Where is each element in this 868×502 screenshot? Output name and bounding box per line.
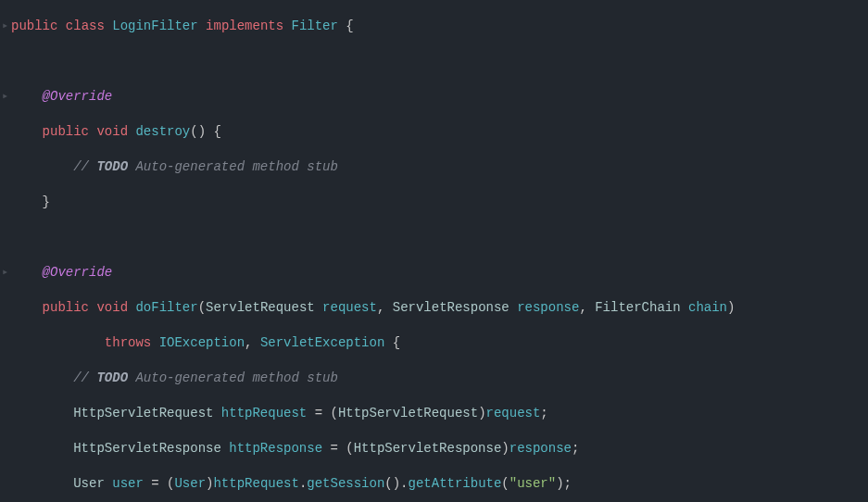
brace: { xyxy=(384,335,400,350)
type: HttpServletResponse xyxy=(354,441,502,456)
brace: { xyxy=(338,19,354,33)
code-line[interactable]: public void destroy() { xyxy=(0,123,868,141)
brace: { xyxy=(206,124,221,139)
code-line[interactable]: throws IOException, ServletException { xyxy=(0,334,868,352)
comment: Auto-generated method stub xyxy=(128,159,338,174)
comment: // xyxy=(73,370,96,385)
param: request xyxy=(322,300,377,315)
code-line[interactable]: ▸ @Override xyxy=(0,264,868,282)
todo-tag: TODO xyxy=(96,370,128,385)
type: User xyxy=(73,476,112,491)
var: httpRequest xyxy=(221,406,307,420)
method-name: doFilter xyxy=(135,300,197,315)
type: IOException xyxy=(159,335,245,350)
todo-tag: TODO xyxy=(96,159,128,174)
keyword: throws xyxy=(105,335,151,350)
method: getAttribute xyxy=(409,476,502,491)
type: User xyxy=(174,476,206,491)
type: FilterChain xyxy=(595,300,688,315)
keyword: implements xyxy=(206,19,283,33)
method-name: destroy xyxy=(135,124,190,139)
op: = ( xyxy=(144,476,175,491)
var: user xyxy=(112,476,144,491)
parens: (). xyxy=(384,476,408,491)
comma: , xyxy=(377,300,393,315)
param: chain xyxy=(688,300,727,315)
param: response xyxy=(517,300,579,315)
code-editor[interactable]: ▸public class LoginFilter implements Fil… xyxy=(0,0,868,502)
op: = ( xyxy=(322,441,354,456)
keyword: public xyxy=(43,124,89,139)
var: response xyxy=(509,441,572,456)
op: = ( xyxy=(307,406,338,420)
code-line[interactable]: } xyxy=(0,194,868,211)
class-name: LoginFilter xyxy=(112,19,197,33)
paren: ( xyxy=(198,300,206,315)
code-line[interactable]: public void doFilter(ServletRequest requ… xyxy=(0,299,868,317)
semi: ; xyxy=(572,441,579,456)
code-line[interactable] xyxy=(0,53,868,70)
brace: } xyxy=(43,195,50,209)
code-line[interactable]: User user = (User)httpRequest.getSession… xyxy=(0,475,868,493)
annotation: @Override xyxy=(43,265,113,280)
paren: ( xyxy=(501,476,509,491)
type: HttpServletRequest xyxy=(338,406,478,420)
paren: ) xyxy=(501,441,509,456)
keyword: public xyxy=(11,19,57,33)
code-line[interactable]: // TODO Auto-generated method stub xyxy=(0,158,868,176)
var: request xyxy=(486,406,541,420)
code-line[interactable]: HttpServletResponse httpResponse = (Http… xyxy=(0,440,868,458)
comma: , xyxy=(245,335,260,350)
semi: ; xyxy=(540,406,547,420)
code-line[interactable] xyxy=(0,229,868,246)
type: Filter xyxy=(292,19,338,33)
paren: ) xyxy=(478,406,485,420)
type: HttpServletResponse xyxy=(73,441,229,456)
type: HttpServletRequest xyxy=(73,406,221,420)
comment: // xyxy=(73,159,96,174)
parens: () xyxy=(190,124,206,139)
keyword: void xyxy=(96,124,128,139)
keyword: public xyxy=(43,300,89,315)
fold-icon: ▸ xyxy=(2,88,9,106)
keyword: void xyxy=(96,300,128,315)
type: ServletRequest xyxy=(206,300,322,315)
keyword: class xyxy=(66,19,105,33)
string: "user" xyxy=(509,476,556,491)
fold-icon: ▸ xyxy=(2,264,9,282)
type: ServletException xyxy=(260,335,384,350)
var: httpRequest xyxy=(213,476,298,491)
method: getSession xyxy=(307,476,384,491)
code-line[interactable]: ▸ @Override xyxy=(0,88,868,106)
code-line[interactable]: // TODO Auto-generated method stub xyxy=(0,370,868,387)
code-line[interactable]: ▸public class LoginFilter implements Fil… xyxy=(0,18,868,35)
paren: ) xyxy=(727,300,735,315)
var: httpResponse xyxy=(229,441,322,456)
annotation: @Override xyxy=(43,89,113,104)
comment: Auto-generated method stub xyxy=(128,370,338,385)
paren: ); xyxy=(556,476,572,491)
fold-icon: ▸ xyxy=(2,18,9,35)
type: ServletResponse xyxy=(393,300,517,315)
comma: , xyxy=(579,300,595,315)
code-line[interactable]: HttpServletRequest httpRequest = (HttpSe… xyxy=(0,405,868,422)
